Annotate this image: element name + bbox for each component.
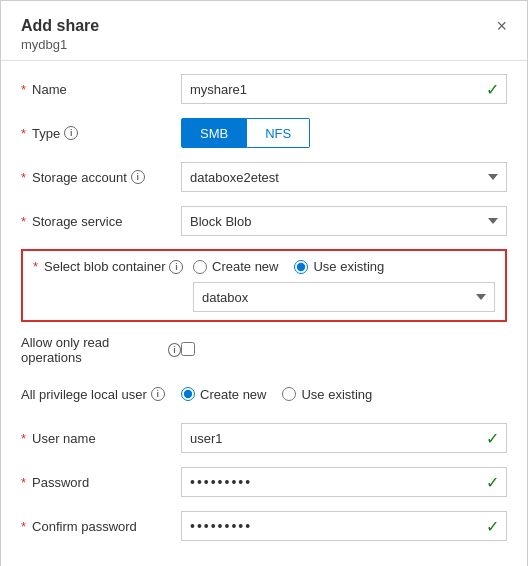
- name-required: *: [21, 82, 26, 97]
- name-label: * Name: [21, 82, 181, 97]
- privilege-create-new-label[interactable]: Create new: [181, 387, 266, 402]
- blob-container-row: * Select blob container i Create new Use…: [33, 259, 495, 274]
- storage-service-row: * Storage service Block Blob Page Blob A…: [21, 205, 507, 237]
- storage-account-info-icon: i: [131, 170, 145, 184]
- confirm-password-label: * Confirm password: [21, 519, 181, 534]
- close-button[interactable]: ×: [490, 15, 513, 37]
- privilege-use-existing-label[interactable]: Use existing: [282, 387, 372, 402]
- blob-radio-group: Create new Use existing: [193, 259, 384, 274]
- name-input-wrap: ✓: [181, 74, 507, 104]
- allow-read-label: Allow only read operations i: [21, 335, 181, 365]
- password-row: * Password ✓: [21, 466, 507, 498]
- password-label: * Password: [21, 475, 181, 490]
- privilege-create-new-radio[interactable]: [181, 387, 195, 401]
- blob-info-icon: i: [169, 260, 183, 274]
- dialog-subtitle: mydbg1: [21, 37, 507, 52]
- privilege-use-existing-radio[interactable]: [282, 387, 296, 401]
- smb-button[interactable]: SMB: [181, 118, 247, 148]
- privilege-row: All privilege local user i Create new Us…: [21, 378, 507, 410]
- username-input[interactable]: [181, 423, 507, 453]
- confirm-password-row: * Confirm password ✓: [21, 510, 507, 542]
- type-toggle: SMB NFS: [181, 118, 310, 148]
- storage-service-select-wrap: Block Blob Page Blob Azure Files: [181, 206, 507, 236]
- confirm-password-check-icon: ✓: [486, 517, 499, 536]
- privilege-label: All privilege local user i: [21, 387, 181, 402]
- blob-use-existing-radio[interactable]: [294, 260, 308, 274]
- username-label: * User name: [21, 431, 181, 446]
- confirm-password-input-wrap: ✓: [181, 511, 507, 541]
- dialog-header: Add share mydbg1 ×: [1, 1, 527, 61]
- type-row: * Type i SMB NFS: [21, 117, 507, 149]
- blob-dropdown-row: databox: [33, 282, 495, 312]
- dialog-body: * Name ✓ * Type i SMB NFS * Sto: [1, 61, 527, 566]
- allow-read-checkbox[interactable]: [181, 342, 195, 356]
- allow-read-checkbox-wrap: [181, 342, 507, 359]
- storage-account-required: *: [21, 170, 26, 185]
- storage-account-select[interactable]: databoxe2etest: [181, 162, 507, 192]
- password-input[interactable]: [181, 467, 507, 497]
- blob-use-existing-label[interactable]: Use existing: [294, 259, 384, 274]
- type-info-icon: i: [64, 126, 78, 140]
- privilege-info-icon: i: [151, 387, 165, 401]
- password-required: *: [21, 475, 26, 490]
- storage-account-label: * Storage account i: [21, 170, 181, 185]
- storage-service-select[interactable]: Block Blob Page Blob Azure Files: [181, 206, 507, 236]
- blob-required: *: [33, 259, 38, 274]
- blob-container-select[interactable]: databox: [193, 282, 495, 312]
- allow-read-info-icon: i: [168, 343, 181, 357]
- type-label: * Type i: [21, 126, 181, 141]
- storage-service-required: *: [21, 214, 26, 229]
- username-input-wrap: ✓: [181, 423, 507, 453]
- password-input-wrap: ✓: [181, 467, 507, 497]
- allow-read-row: Allow only read operations i: [21, 334, 507, 366]
- password-check-icon: ✓: [486, 473, 499, 492]
- username-required: *: [21, 431, 26, 446]
- username-row: * User name ✓: [21, 422, 507, 454]
- blob-create-new-label[interactable]: Create new: [193, 259, 278, 274]
- confirm-password-input[interactable]: [181, 511, 507, 541]
- add-share-dialog: Add share mydbg1 × * Name ✓ * Type i SMB: [0, 0, 528, 566]
- confirm-password-required: *: [21, 519, 26, 534]
- name-row: * Name ✓: [21, 73, 507, 105]
- storage-service-label: * Storage service: [21, 214, 181, 229]
- dialog-title: Add share: [21, 17, 507, 35]
- blob-container-label: * Select blob container i: [33, 259, 193, 274]
- username-check-icon: ✓: [486, 429, 499, 448]
- storage-account-row: * Storage account i databoxe2etest: [21, 161, 507, 193]
- name-input[interactable]: [181, 74, 507, 104]
- storage-account-select-wrap: databoxe2etest: [181, 162, 507, 192]
- privilege-radio-group: Create new Use existing: [181, 387, 372, 402]
- blob-container-section: * Select blob container i Create new Use…: [21, 249, 507, 322]
- nfs-button[interactable]: NFS: [247, 118, 310, 148]
- blob-create-new-radio[interactable]: [193, 260, 207, 274]
- name-check-icon: ✓: [486, 80, 499, 99]
- type-required: *: [21, 126, 26, 141]
